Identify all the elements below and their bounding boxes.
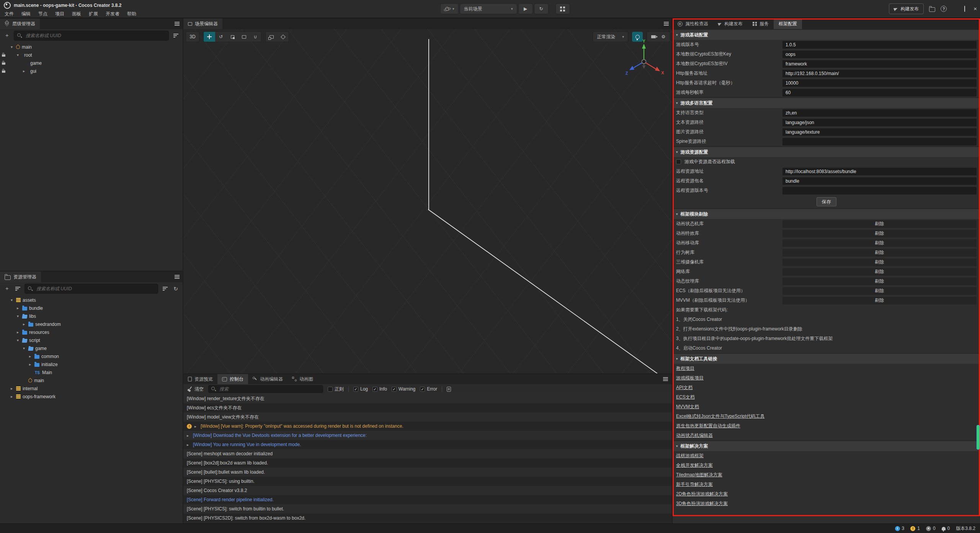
help-button[interactable]: ? [941,4,947,14]
expand-arrow-icon[interactable] [15,314,20,318]
console-log-row[interactable]: [Window] [Vue warn]: Property "onInput" … [183,422,672,431]
menu-item[interactable]: 面板 [68,11,85,17]
hierarchy-node[interactable]: root [0,51,183,59]
save-button[interactable]: 保存 [817,197,836,206]
asset-node[interactable]: game [0,344,183,352]
y-axis-label[interactable]: Y [642,39,645,43]
solution-link[interactable]: 3D角色扮演游戏解决方案 [676,500,728,507]
log-filter-checkbox[interactable]: Error [420,386,437,392]
field-input[interactable]: http://localhost:8083/assets/bundle [782,168,977,175]
menu-item[interactable]: 扩展 [85,11,102,17]
x-axis-label[interactable]: X [661,70,664,75]
lock-icon[interactable] [2,70,5,73]
doc-link[interactable]: 游戏模板项目 [676,375,704,381]
preview-platform-select[interactable]: ▾ [440,3,459,14]
inspector-tab[interactable]: 服务 [748,18,774,29]
inspector-tab[interactable]: 框架配置 [774,18,802,29]
console-log-row[interactable]: [Window] model_view文件夹不存在 [183,412,672,422]
log-filter-checkbox[interactable]: Log [353,386,368,392]
info-count[interactable]: i 3 [895,526,905,531]
expand-arrow-icon[interactable] [28,362,33,366]
field-input[interactable] [782,187,977,195]
expand-arrow-icon[interactable] [15,330,20,334]
log-filter-checkbox[interactable]: Warning [392,386,415,392]
asset-node[interactable]: bundle [0,304,183,312]
field-input[interactable]: 10000 [782,79,977,87]
doc-link[interactable]: 教程项目 [676,365,694,372]
expand-arrow-icon[interactable] [9,386,14,391]
doc-link[interactable]: ECS文档 [676,394,695,401]
field-input[interactable]: zh,en [782,109,977,117]
section-module-trim[interactable]: 框架模块剔除 [673,208,980,219]
checkbox[interactable] [328,387,333,392]
checkbox[interactable] [372,387,377,392]
doc-link[interactable]: Excel格式转Json文件与TypeScript代码工具 [676,413,764,420]
doc-link[interactable]: MVVM文档 [676,404,699,410]
console-log-row[interactable]: [Scene] [box2d]:box2d wasm lib loaded. [183,458,672,468]
expand-arrow-icon[interactable] [21,69,26,73]
assets-menu-button[interactable] [175,271,180,282]
warning-count[interactable]: ! 1 [910,526,920,531]
create-node-button[interactable]: ＋ [3,32,11,39]
hierarchy-node[interactable]: main [0,43,183,51]
checkbox[interactable] [392,387,397,392]
menu-item[interactable]: 帮助 [123,11,140,17]
expand-arrow-icon[interactable] [9,298,14,302]
console-tab[interactable]: 控制台 [217,374,248,384]
console-tab[interactable]: 动画图 [287,374,318,384]
console-log-row[interactable]: [Scene] Cocos Creator v3.8.2 [183,486,672,495]
remove-module-button[interactable]: 剔除 [782,278,977,285]
regex-checkbox[interactable]: 正则 [328,386,344,392]
remove-module-button[interactable]: 剔除 [782,258,977,266]
field-input[interactable]: 60 [782,89,977,96]
checkbox[interactable] [420,387,425,392]
assets-tab[interactable]: 资源管理器 [0,271,41,282]
collider-view-button[interactable] [277,32,289,42]
remove-module-button[interactable]: 剔除 [782,268,977,276]
assets-refresh-button[interactable]: ↻ [172,285,180,293]
expand-arrow-icon[interactable] [15,306,20,310]
menu-item[interactable]: 编辑 [18,11,34,17]
console-log-row[interactable]: [Scene] meshopt wasm decoder initialized [183,449,672,458]
expand-chevron-icon[interactable] [194,424,199,428]
scene-viewport[interactable]: 3D ↺ ∪ 正常渲染 ▾ [183,29,672,373]
console-log-row[interactable]: [Scene] [bullet]:bullet wasm lib loaded. [183,468,672,477]
mode-3d-toggle[interactable]: 3D [186,31,199,42]
field-input[interactable]: oops [782,51,977,58]
console-menu-button[interactable] [663,374,668,384]
console-searchbox[interactable] [208,385,323,393]
console-log-row[interactable]: [Scene] [PHYSICS]: using builtin. [183,477,672,486]
field-input[interactable]: framework [782,60,977,68]
remove-module-button[interactable]: 剔除 [782,230,977,237]
gizmo-tool-button[interactable]: ∪ [250,32,261,42]
scene-select[interactable]: 当前场景 ▾ [460,3,517,14]
field-input[interactable] [782,138,977,146]
console-tab[interactable]: 动画编辑器 [248,374,287,384]
log-file-icon[interactable] [447,387,451,392]
play-button[interactable]: ▶ [518,3,533,14]
section-i18n-config[interactable]: 游戏多语言配置 [673,97,980,108]
asset-node[interactable]: common [0,352,183,360]
expand-arrow-icon[interactable] [9,45,14,49]
preview-qr-button[interactable] [555,3,570,14]
hierarchy-searchbox[interactable] [14,31,169,41]
solution-link[interactable]: Tiledmap地图解决方案 [676,472,722,478]
lock-icon[interactable] [2,62,5,65]
log-filter-checkbox[interactable]: Info [372,386,387,392]
expand-arrow-icon[interactable] [28,354,33,358]
console-log-row[interactable]: [Scene] [PHYSICS2D]: switch from box2d-w… [183,513,672,523]
expand-chevron-icon[interactable] [187,433,192,438]
asset-node[interactable]: libs [0,312,183,320]
inspector-tab[interactable]: 属性检查器 [673,18,713,29]
asset-node[interactable]: script [0,336,183,344]
move-tool-button[interactable] [204,32,215,42]
hierarchy-node[interactable]: gui [0,67,183,75]
menu-item[interactable]: 开发者 [102,11,123,17]
console-log-row[interactable]: [Scene] [PHYSICS]: switch from builtin t… [183,504,672,513]
doc-link[interactable]: 原生包热更新配置自动生成插件 [676,423,740,429]
console-log-row[interactable]: [Window] ecs文件夹不存在 [183,403,672,412]
field-input[interactable]: 1.0.5 [782,41,977,49]
close-button[interactable]: × [973,7,977,11]
anchor-snap-button[interactable] [266,32,277,42]
solution-link[interactable]: 战棋游戏框架 [676,453,704,459]
